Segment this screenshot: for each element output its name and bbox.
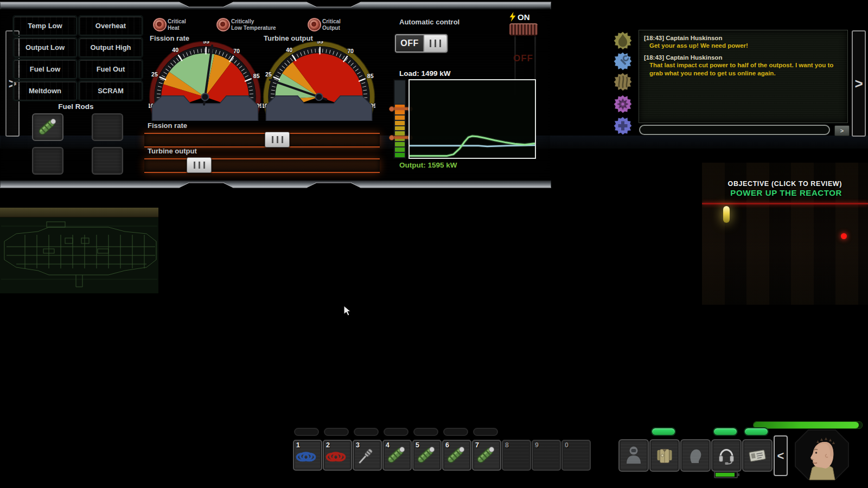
- creature-category-icon[interactable]: [614, 73, 632, 91]
- item-wire-red: [324, 444, 349, 469]
- chat-message: [18:43] Captain HuskinsonThat last impac…: [644, 54, 843, 77]
- hotbar-slot-5[interactable]: 5: [412, 440, 442, 471]
- load-meter: [393, 79, 406, 159]
- indicator-lamp: [153, 18, 167, 31]
- reactor-power-switch-knob[interactable]: [509, 23, 538, 36]
- health-bar: [753, 421, 863, 429]
- warning-light-output-high[interactable]: Output High: [79, 38, 142, 57]
- hotbar-slot-number: 9: [535, 441, 539, 449]
- fission-rate-slider-handle[interactable]: [265, 132, 290, 147]
- id-card-slot[interactable]: [742, 439, 773, 472]
- item-wire-blue: [294, 444, 319, 469]
- indicator-label-line: Critically: [231, 18, 276, 25]
- chat-message-text: Get your ass up! We need power!: [644, 42, 843, 49]
- objective-title: OBJECTIVE (CLICK TO REVIEW): [728, 180, 842, 188]
- svg-text:85: 85: [253, 73, 260, 79]
- warning-light-temp-low[interactable]: Temp Low: [14, 16, 76, 35]
- hotbar-slot-9[interactable]: 9: [532, 440, 561, 471]
- hotbar-slot-2[interactable]: 2: [323, 440, 352, 471]
- automatic-control-toggle[interactable]: OFF: [395, 34, 448, 53]
- hotbar-slot-6[interactable]: 6: [442, 440, 471, 471]
- chat-log: [18:43] Captain HuskinsonGet your ass up…: [639, 30, 848, 123]
- hotbar-slot-4[interactable]: 4: [382, 440, 412, 471]
- fuel-rod-slot-2[interactable]: [92, 113, 123, 141]
- warning-light-fuel-out[interactable]: Fuel Out: [79, 60, 142, 79]
- objective-name: POWER UP THE REACTOR: [728, 188, 842, 197]
- headgear-slot[interactable]: [680, 439, 711, 472]
- chat-input[interactable]: [639, 125, 830, 135]
- diving-suit-slot[interactable]: [618, 439, 649, 472]
- svg-text:55: 55: [203, 41, 209, 44]
- gauge-turbine: 10254055708599: [263, 41, 375, 123]
- svg-text:70: 70: [233, 48, 240, 54]
- meter-segment: [395, 115, 405, 120]
- red-indicator-light: [841, 233, 847, 239]
- jacket-icon: [652, 444, 677, 469]
- item-condition-indicator: [413, 428, 438, 436]
- hotbar-slot-8[interactable]: 8: [502, 440, 531, 471]
- hotbar-slot-number: 8: [505, 441, 509, 449]
- warning-light-fuel-low[interactable]: Fuel Low: [14, 60, 76, 79]
- mouse-cursor: [343, 305, 351, 316]
- meter-segment: [395, 121, 405, 125]
- head-icon: [683, 444, 708, 469]
- load-output-graph: [409, 79, 536, 159]
- power-switch-off-label: OFF: [513, 53, 533, 64]
- mechanic-category-icon[interactable]: [614, 52, 632, 70]
- outerwear-slot[interactable]: [649, 439, 680, 472]
- indicator-label-line: Output: [322, 25, 341, 31]
- engineering-category-icon[interactable]: [614, 95, 632, 113]
- indicator-label: CriticalOutput: [322, 18, 341, 31]
- submarine-schematic-display: [0, 208, 158, 293]
- fuel-rod-slot-3[interactable]: [32, 147, 63, 175]
- toggle-state-label: OFF: [396, 35, 423, 52]
- warning-light-overheat[interactable]: Overheat: [79, 16, 142, 35]
- meter-segment: [395, 142, 405, 146]
- inventory-collapse-button[interactable]: <: [774, 435, 788, 476]
- hotbar-slot-3[interactable]: 3: [353, 440, 382, 471]
- indicator-lamp: [308, 18, 321, 31]
- svg-text:55: 55: [317, 41, 323, 44]
- diving-suit-icon: [621, 444, 646, 469]
- meter-segment: [395, 147, 405, 152]
- fire-category-icon[interactable]: [614, 31, 632, 50]
- panel-frame-bottom: [0, 178, 551, 190]
- item-condition-indicator: [473, 428, 498, 436]
- equip-condition-indicator: [713, 427, 738, 436]
- medical-category-icon[interactable]: [614, 117, 632, 135]
- meter-segment: [395, 110, 405, 114]
- headset-slot[interactable]: [711, 439, 742, 472]
- item-fuel-rod: [443, 444, 468, 468]
- hotbar-slot-1[interactable]: 1: [293, 440, 322, 471]
- meter-segment: [395, 131, 405, 136]
- indicator-label: CriticalHeat: [168, 18, 186, 31]
- character-portrait[interactable]: [794, 429, 850, 480]
- hotbar-slot-0[interactable]: 0: [561, 440, 591, 471]
- gauge-fission: 10254055708599: [149, 41, 261, 123]
- meter-empty-zone: [395, 81, 405, 104]
- indicator-label-line: Low Temperature: [231, 25, 276, 31]
- fuel-rod-slot-4[interactable]: [92, 147, 123, 175]
- lightning-bolt-icon: [509, 12, 516, 22]
- fuel-rod-slot-1[interactable]: [32, 113, 63, 141]
- chat-send-button[interactable]: >: [834, 125, 850, 136]
- game-screen: > > [18:43] Captain HuskinsonGet your as…: [0, 0, 868, 488]
- load-readout: Load: 1499 kW: [399, 69, 451, 78]
- output-readout: Output: 1595 kW: [399, 161, 457, 169]
- id-card-icon: [745, 444, 770, 469]
- turbine-output-slider-track[interactable]: [144, 158, 380, 173]
- reactor-control-panel: Temp LowOverheatOutput LowOutput HighFue…: [0, 0, 551, 190]
- objective[interactable]: OBJECTIVE (CLICK TO REVIEW) POWER UP THE…: [728, 180, 842, 197]
- toggle-grip: [423, 35, 446, 52]
- indicator-lamp: [216, 18, 230, 31]
- hotbar-slot-7[interactable]: 7: [472, 440, 501, 471]
- warning-light-output-low[interactable]: Output Low: [14, 38, 76, 57]
- warning-light-scram[interactable]: SCRAM: [79, 81, 142, 100]
- grip-lines-icon: [194, 162, 205, 169]
- fission-rate-slider-track[interactable]: [144, 133, 380, 147]
- turbine-output-slider-handle[interactable]: [187, 157, 212, 173]
- right-panel-toggle[interactable]: >: [852, 30, 866, 137]
- item-screwdriver: [354, 444, 379, 469]
- warning-light-meltdown[interactable]: Meltdown: [14, 81, 76, 100]
- power-switch-on-label: ON: [509, 12, 530, 22]
